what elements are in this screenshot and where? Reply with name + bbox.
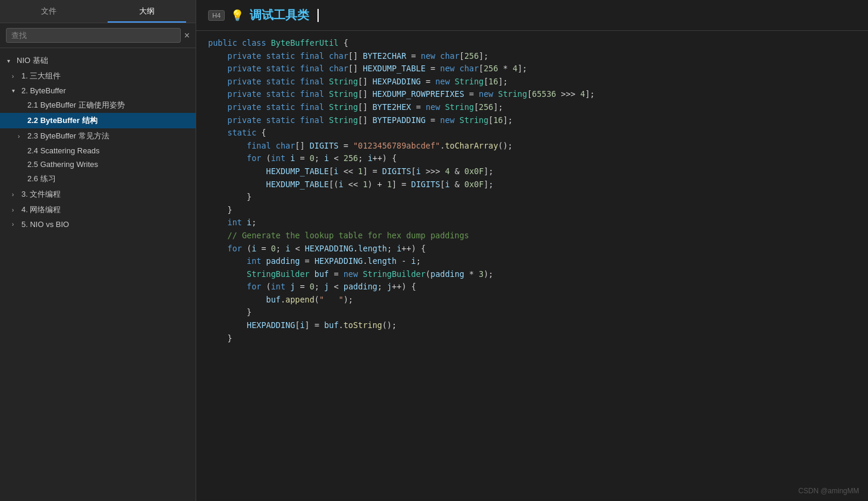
toc-item-1[interactable]: › 1. 三大组件 <box>0 68 196 84</box>
toc-item-2-6[interactable]: 2.6 练习 <box>0 171 196 187</box>
toc-label: 4. 网络编程 <box>21 204 61 215</box>
tab-file[interactable]: 文件 <box>0 0 98 23</box>
toc-item-2-2[interactable]: 2.2 ByteBuffer 结构 <box>0 113 196 128</box>
cursor-indicator <box>317 9 319 22</box>
toc-item-2-4[interactable]: 2.4 Scattering Reads <box>0 144 196 157</box>
content-header: H4 💡 调试工具类 <box>196 0 868 31</box>
arrow-icon: ▾ <box>12 87 19 94</box>
arrow-icon: › <box>12 207 19 213</box>
toc-label: 2.6 练习 <box>27 174 56 184</box>
toc-label: 2.2 ByteBuffer 结构 <box>27 115 98 126</box>
arrow-icon: › <box>18 133 25 140</box>
toc-label: 2.1 ByteBuffer 正确使用姿势 <box>27 100 125 111</box>
clear-button[interactable]: × <box>184 31 190 40</box>
arrow-icon: ▾ <box>7 58 14 64</box>
toc-item-4[interactable]: › 4. 网络编程 <box>0 202 196 218</box>
toc-label: 2.5 Gathering Writes <box>27 160 98 169</box>
toc-label: NIO 基础 <box>17 55 48 66</box>
toc-item-2[interactable]: ▾ 2. ByteBuffer <box>0 84 196 97</box>
sidebar: 文件 大纲 × ▾ NIO 基础 › 1. 三大组件 ▾ 2. ByteBuff… <box>0 0 196 501</box>
toc-item-2-5[interactable]: 2.5 Gathering Writes <box>0 157 196 171</box>
toc-item-2-1[interactable]: 2.1 ByteBuffer 正确使用姿势 <box>0 97 196 113</box>
arrow-spacer <box>18 176 25 182</box>
tab-outline[interactable]: 大纲 <box>98 0 196 23</box>
arrow-spacer <box>18 161 25 168</box>
page-title: 调试工具类 <box>250 7 309 23</box>
arrow-spacer <box>18 147 25 154</box>
arrow-spacer <box>18 118 25 124</box>
arrow-icon: › <box>12 221 19 228</box>
toc-item-nio-basics[interactable]: ▾ NIO 基础 <box>0 53 196 68</box>
toc-label: 3. 文件编程 <box>21 189 61 200</box>
toc-label: 2.4 Scattering Reads <box>27 146 99 155</box>
toc-label: 5. NIO vs BIO <box>21 220 69 229</box>
toc-item-2-3[interactable]: › 2.3 ByteBuffer 常见方法 <box>0 128 196 144</box>
arrow-icon: › <box>12 73 19 80</box>
search-input[interactable] <box>6 28 181 43</box>
arrow-spacer <box>18 102 25 109</box>
watermark: CSDN @amingMM <box>798 487 859 495</box>
sidebar-tabs: 文件 大纲 <box>0 0 196 23</box>
search-bar: × <box>0 23 196 48</box>
header-icon: H4 <box>208 10 225 21</box>
toc-tree: ▾ NIO 基础 › 1. 三大组件 ▾ 2. ByteBuffer 2.1 B… <box>0 48 196 501</box>
toc-label: 1. 三大组件 <box>21 71 61 81</box>
arrow-icon: › <box>12 191 19 198</box>
main-content: H4 💡 调试工具类 public class ByteBufferUtil {… <box>196 0 868 501</box>
toc-item-5[interactable]: › 5. NIO vs BIO <box>0 218 196 231</box>
toc-label: 2.3 ByteBuffer 常见方法 <box>27 131 109 141</box>
toc-label: 2. ByteBuffer <box>21 86 66 95</box>
toc-item-3[interactable]: › 3. 文件编程 <box>0 187 196 202</box>
code-editor[interactable]: public class ByteBufferUtil { private st… <box>196 31 868 501</box>
bulb-icon: 💡 <box>231 9 244 22</box>
